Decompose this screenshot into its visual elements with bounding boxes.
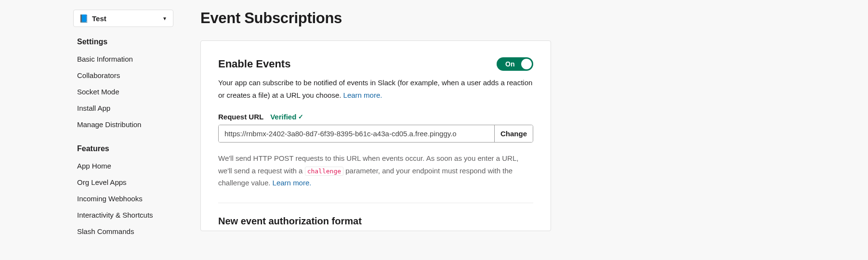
enable-events-title: Enable Events bbox=[218, 58, 290, 70]
section-head-features: Features bbox=[77, 144, 173, 153]
settings-list: Basic Information Collaborators Socket M… bbox=[73, 51, 173, 133]
verified-badge: Verified ✓ bbox=[270, 113, 303, 121]
toggle-label: On bbox=[505, 60, 514, 68]
nav-basic-information[interactable]: Basic Information bbox=[73, 51, 173, 67]
caret-down-icon: ▼ bbox=[162, 16, 167, 21]
nav-collaborators[interactable]: Collaborators bbox=[73, 67, 173, 84]
sidebar: 📘 Test ▼ Settings Basic Information Coll… bbox=[73, 10, 173, 240]
request-url-input[interactable] bbox=[219, 125, 494, 142]
verified-text: Verified bbox=[270, 113, 296, 121]
toggle-knob bbox=[521, 59, 532, 69]
nav-interactivity-shortcuts[interactable]: Interactivity & Shortcuts bbox=[73, 207, 173, 223]
change-button[interactable]: Change bbox=[494, 125, 533, 142]
request-url-label: Request URL bbox=[218, 113, 263, 121]
enable-events-desc: Your app can subscribe to be notified of… bbox=[218, 77, 533, 101]
nav-incoming-webhooks[interactable]: Incoming Webhooks bbox=[73, 191, 173, 207]
enable-events-toggle[interactable]: On bbox=[497, 57, 533, 71]
main-content: Event Subscriptions Enable Events On You… bbox=[200, 10, 551, 231]
challenge-code: challenge bbox=[305, 167, 343, 176]
nav-slash-commands[interactable]: Slash Commands bbox=[73, 223, 173, 240]
request-url-helper: We'll send HTTP POST requests to this UR… bbox=[218, 152, 533, 189]
divider bbox=[218, 203, 533, 203]
features-list: App Home Org Level Apps Incoming Webhook… bbox=[73, 158, 173, 240]
app-icon: 📘 bbox=[79, 14, 88, 23]
auth-format-title: New event authorization format bbox=[218, 216, 533, 227]
nav-app-home[interactable]: App Home bbox=[73, 158, 173, 174]
nav-manage-distribution[interactable]: Manage Distribution bbox=[73, 117, 173, 133]
request-url-row: Change bbox=[218, 125, 533, 143]
page-title: Event Subscriptions bbox=[200, 10, 551, 27]
learn-more-link[interactable]: Learn more. bbox=[343, 91, 382, 99]
app-selector[interactable]: 📘 Test ▼ bbox=[73, 10, 173, 27]
section-head-settings: Settings bbox=[77, 38, 173, 46]
check-icon: ✓ bbox=[298, 113, 303, 120]
nav-org-level-apps[interactable]: Org Level Apps bbox=[73, 174, 173, 191]
event-card: Enable Events On Your app can subscribe … bbox=[200, 40, 551, 231]
nav-socket-mode[interactable]: Socket Mode bbox=[73, 84, 173, 100]
learn-more-link-2[interactable]: Learn more. bbox=[273, 179, 312, 187]
app-name: Test bbox=[92, 14, 106, 23]
nav-install-app[interactable]: Install App bbox=[73, 100, 173, 117]
